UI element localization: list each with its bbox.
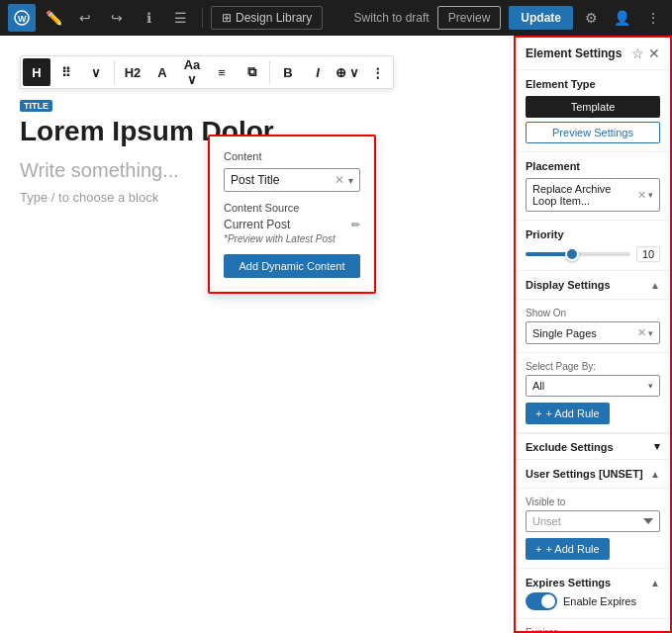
align-button[interactable]: ≡ <box>208 58 236 86</box>
update-button[interactable]: Update <box>509 6 573 30</box>
priority-label: Priority <box>526 228 660 240</box>
display-settings-label: Display Settings <box>526 279 611 291</box>
more-options-button[interactable]: ⋮ <box>363 58 391 86</box>
content-source-label: Content Source <box>224 202 360 214</box>
design-library-label: Design Library <box>236 11 312 25</box>
content-select-value: Post Title <box>231 173 335 187</box>
exclude-arrow-icon: ▾ <box>654 440 660 453</box>
visible-to-section: Visible to Unset + + Add Rule <box>516 489 670 569</box>
right-panel-header: Element Settings ☆ ✕ <box>516 38 670 70</box>
copy-button[interactable]: ⧉ <box>238 58 265 86</box>
info-icon[interactable]: ℹ <box>135 4 162 32</box>
right-panel-icons: ☆ ✕ <box>631 45 660 61</box>
h-level-button[interactable]: A <box>148 58 176 86</box>
priority-section: Priority <box>516 221 670 271</box>
add-rule-plus-icon: + <box>535 407 541 419</box>
select-page-section: Select Page By: All ▾ + + Add Rule <box>516 353 670 433</box>
content-select[interactable]: Post Title ✕ ▾ <box>224 168 360 192</box>
toolbar-sep-1 <box>114 60 115 84</box>
source-value: Current Post <box>224 218 290 231</box>
user-settings-header[interactable]: User Settings [UNSET] ▲ <box>526 468 660 480</box>
content-arrow-icon[interactable]: ▾ <box>348 175 353 186</box>
template-button[interactable]: Template <box>526 96 660 118</box>
right-panel-title: Element Settings <box>526 46 622 60</box>
expires-label: Expires <box>526 627 660 633</box>
show-on-select[interactable]: Single Pages ✕ ▾ <box>526 321 660 344</box>
close-icon[interactable]: ✕ <box>648 45 660 61</box>
star-icon[interactable]: ☆ <box>631 45 644 61</box>
priority-slider-wrap <box>526 246 660 262</box>
display-settings-header[interactable]: Display Settings ▲ <box>526 279 660 291</box>
design-library-button[interactable]: ⊞ Design Library <box>211 6 323 30</box>
display-settings-section: Display Settings ▲ <box>516 271 670 300</box>
top-toolbar: W ✏️ ↩ ↪ ℹ ☰ ⊞ Design Library Switch to … <box>0 0 672 36</box>
dynamic-content-popup: Content Post Title ✕ ▾ Content Source Cu… <box>208 135 376 294</box>
select-page-select[interactable]: All ▾ <box>526 375 660 397</box>
redo-icon[interactable]: ↪ <box>103 4 131 32</box>
show-on-section: Show On Single Pages ✕ ▾ <box>516 300 670 353</box>
visible-to-select[interactable]: Unset <box>526 510 660 532</box>
slider-thumb[interactable] <box>565 247 579 261</box>
show-on-value: Single Pages <box>532 327 637 339</box>
block-type-button[interactable]: H <box>23 58 50 86</box>
toolbar-separator <box>202 8 203 28</box>
priority-input[interactable] <box>636 246 660 262</box>
placement-select[interactable]: Replace Archive Loop Item... ✕ ▾ <box>526 178 660 212</box>
add-dynamic-content-button[interactable]: Add Dynamic Content <box>224 254 360 278</box>
placement-arrow-icon: ▾ <box>648 190 653 200</box>
placement-section: Placement Replace Archive Loop Item... ✕… <box>516 152 670 221</box>
text-transform-button[interactable]: Aa ∨ <box>178 58 206 86</box>
placement-clear-icon[interactable]: ✕ <box>637 189 646 202</box>
source-edit-icon[interactable]: ✏ <box>351 219 360 231</box>
switch-draft-button[interactable]: Switch to draft <box>354 11 430 25</box>
select-page-arrow-icon: ▾ <box>648 381 653 391</box>
add-rule-label-2: + Add Rule <box>545 543 599 555</box>
add-rule-button-1[interactable]: + + Add Rule <box>526 403 610 424</box>
undo-icon[interactable]: ↩ <box>71 4 99 32</box>
preview-note: *Preview with Latest Post <box>224 233 360 244</box>
preview-settings-button[interactable]: Preview Settings <box>526 122 660 143</box>
settings-icon[interactable]: ⚙ <box>581 6 602 30</box>
enable-expires-toggle[interactable] <box>526 592 557 610</box>
select-page-label: Select Page By: <box>526 361 660 372</box>
user-settings-label: User Settings [UNSET] <box>526 468 643 480</box>
expires-settings-label: Expires Settings <box>526 577 611 588</box>
more-icon[interactable]: ⋮ <box>642 6 664 30</box>
preview-button[interactable]: Preview <box>437 6 502 30</box>
h2-button[interactable]: H2 <box>119 58 146 86</box>
toggle-knob <box>541 594 555 608</box>
expires-settings-header[interactable]: Expires Settings ▲ <box>526 577 660 588</box>
element-type-section: Element Type Template Preview Settings <box>516 70 670 152</box>
block-options-button[interactable]: ∨ <box>82 58 110 86</box>
exclude-settings-label: Exclude Settings <box>526 441 614 453</box>
display-settings-arrow-icon: ▲ <box>650 280 660 291</box>
select-page-value: All <box>532 380 648 392</box>
editor-area[interactable]: H ⠿ ∨ H2 A Aa ∨ ≡ ⧉ B I ⊕ ∨ ⋮ TITLE Lore… <box>0 36 514 633</box>
add-rule-label: + Add Rule <box>545 407 599 419</box>
drag-handle-button[interactable]: ⠿ <box>52 58 80 86</box>
user-settings-arrow-icon: ▲ <box>650 469 660 480</box>
list-icon[interactable]: ☰ <box>166 4 194 32</box>
user-settings-section: User Settings [UNSET] ▲ <box>516 460 670 489</box>
content-clear-icon[interactable]: ✕ <box>335 173 344 187</box>
enable-expires-wrap: Enable Expires <box>526 592 660 610</box>
design-library-icon: ⊞ <box>222 11 232 25</box>
visible-to-label: Visible to <box>526 497 660 507</box>
bold-button[interactable]: B <box>274 58 302 86</box>
slider-track[interactable] <box>526 252 630 256</box>
exclude-settings-button[interactable]: Exclude Settings ▾ <box>516 433 670 460</box>
expires-settings-section: Expires Settings ▲ Enable Expires <box>516 569 670 619</box>
user-icon[interactable]: 👤 <box>610 6 634 30</box>
italic-button[interactable]: I <box>304 58 332 86</box>
toolbar-sep-2 <box>269 60 270 84</box>
svg-text:W: W <box>18 14 27 24</box>
show-on-clear-icon[interactable]: ✕ <box>637 326 646 339</box>
wp-logo-icon[interactable]: W <box>8 4 36 32</box>
add-rule-button-2[interactable]: + + Add Rule <box>526 538 610 560</box>
right-panel: Element Settings ☆ ✕ Element Type Templa… <box>514 36 672 633</box>
enable-expires-label: Enable Expires <box>563 595 636 607</box>
placement-label: Placement <box>526 160 660 172</box>
link-button[interactable]: ⊕ ∨ <box>334 58 361 86</box>
show-on-arrow-icon: ▾ <box>648 328 653 338</box>
edit-icon[interactable]: ✏️ <box>40 4 67 32</box>
